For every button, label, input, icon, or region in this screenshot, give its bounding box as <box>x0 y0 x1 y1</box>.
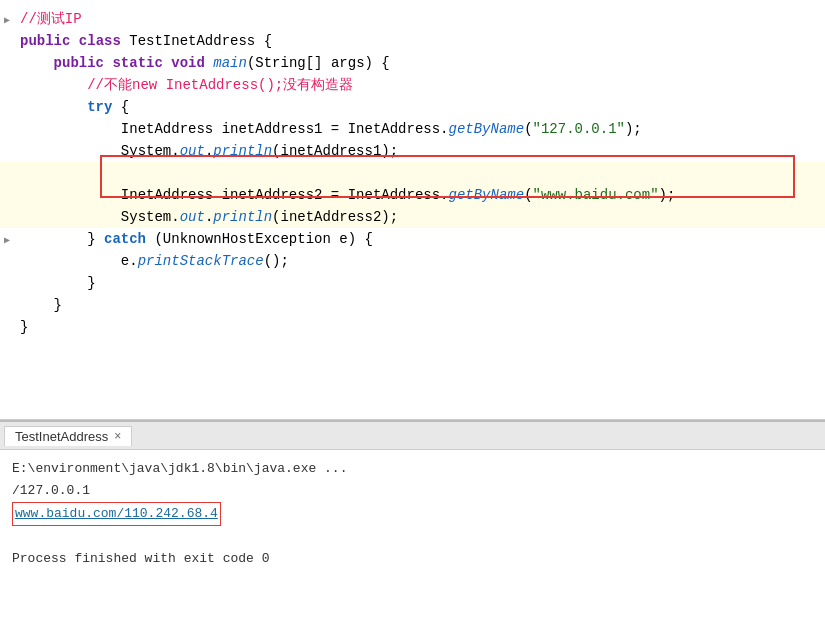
line-content-6: InetAddress inetAddress1 = InetAddress.g… <box>14 119 642 139</box>
code-line-1: ▶ //测试IP <box>0 8 825 30</box>
line-content-5: try { <box>14 97 129 117</box>
code-line-2: public class TestInetAddress { <box>0 30 825 52</box>
console-line-5: Process finished with exit code 0 <box>12 548 813 570</box>
console-tab-label: TestInetAddress <box>15 429 108 444</box>
code-line-13: } <box>0 272 825 294</box>
console-tab-bar: TestInetAddress × <box>0 422 825 450</box>
line-content-3: public static void main(String[] args) { <box>14 53 390 73</box>
line-content-1: //测试IP <box>14 9 82 29</box>
line-content-9: InetAddress inetAddress2 = InetAddress.g… <box>14 185 675 205</box>
console-output-link[interactable]: www.baidu.com/110.242.68.4 <box>15 503 218 525</box>
console-line-3: www.baidu.com/110.242.68.4 <box>12 502 813 526</box>
line-content-13: } <box>14 273 96 293</box>
line-content-12: e.printStackTrace(); <box>14 251 289 271</box>
console-line-4 <box>12 526 813 548</box>
code-line-12: e.printStackTrace(); <box>0 250 825 272</box>
line-content-4: //不能new InetAddress();没有构造器 <box>14 75 353 95</box>
console-output: E:\environment\java\jdk1.8\bin\java.exe … <box>0 450 825 634</box>
console-tab-close[interactable]: × <box>114 429 121 443</box>
code-line-11: ▶ } catch (UnknownHostException e) { <box>0 228 825 250</box>
console-link-box: www.baidu.com/110.242.68.4 <box>12 502 221 526</box>
line-content-15: } <box>14 317 28 337</box>
code-line-15: } <box>0 316 825 338</box>
console-panel: TestInetAddress × E:\environment\java\jd… <box>0 420 825 634</box>
line-content-11: } catch (UnknownHostException e) { <box>14 229 373 249</box>
code-line-9: InetAddress inetAddress2 = InetAddress.g… <box>0 184 825 206</box>
code-editor: ▶ //测试IP public class TestInetAddress { … <box>0 0 825 420</box>
line-content-7: System.out.println(inetAddress1); <box>14 141 398 161</box>
console-tab[interactable]: TestInetAddress × <box>4 426 132 446</box>
code-line-8 <box>0 162 825 184</box>
gutter-1: ▶ <box>0 14 14 26</box>
code-line-10: System.out.println(inetAddress2); <box>0 206 825 228</box>
gutter-11: ▶ <box>0 234 14 246</box>
code-line-6: InetAddress inetAddress1 = InetAddress.g… <box>0 118 825 140</box>
code-line-14: } <box>0 294 825 316</box>
code-line-7: System.out.println(inetAddress1); <box>0 140 825 162</box>
console-line-2: /127.0.0.1 <box>12 480 813 502</box>
line-content-14: } <box>14 295 62 315</box>
line-content-8 <box>14 163 28 183</box>
code-line-5: try { <box>0 96 825 118</box>
code-line-3: public static void main(String[] args) { <box>0 52 825 74</box>
line-content-2: public class TestInetAddress { <box>14 31 272 51</box>
code-line-4: //不能new InetAddress();没有构造器 <box>0 74 825 96</box>
console-line-1: E:\environment\java\jdk1.8\bin\java.exe … <box>12 458 813 480</box>
line-content-10: System.out.println(inetAddress2); <box>14 207 398 227</box>
